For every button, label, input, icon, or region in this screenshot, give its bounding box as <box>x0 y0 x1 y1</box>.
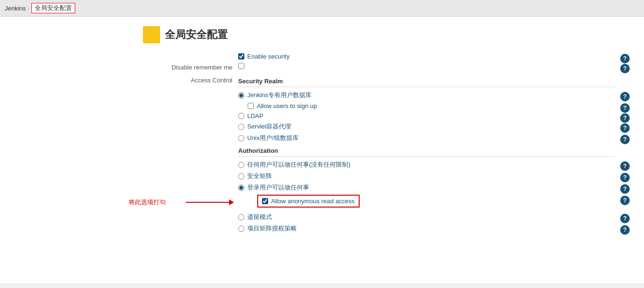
access-control-row: Access Control Security Realm Jenkins专有用… <box>143 76 615 238</box>
allow-anonymous-checkbox[interactable] <box>262 198 268 204</box>
realm-jenkins-help-icon[interactable]: ? <box>620 92 630 101</box>
enable-security-label[interactable]: Enable security <box>247 53 290 60</box>
page-title: 全局安全配置 <box>165 28 228 42</box>
auth-logged-radio[interactable] <box>238 185 244 191</box>
auth-project-radio[interactable] <box>238 226 244 232</box>
allow-signup-help-icon[interactable]: ? <box>620 103 630 113</box>
disable-remember-me-checkbox[interactable] <box>238 63 244 69</box>
allow-signup-label[interactable]: Allow users to sign up <box>257 102 317 109</box>
auth-anyone-row: 任何用户可以做任何事(没有任何限制) ? <box>238 160 615 169</box>
allow-signup-checkbox[interactable] <box>248 103 254 109</box>
auth-project-help-icon[interactable]: ? <box>620 225 630 235</box>
auth-anyone-label[interactable]: 任何用户可以做任何事(没有任何限制) <box>247 160 351 169</box>
auth-project-row: 项目矩阵授权策略 ? <box>238 224 615 233</box>
breadcrumb-current: 全局安全配置 <box>31 3 75 13</box>
realm-ldap-label[interactable]: LDAP <box>247 112 263 119</box>
annotation-text: 将此选项打勾 <box>129 198 166 207</box>
auth-legacy-row: 遗留模式 ? <box>238 213 615 221</box>
security-realm-block: Security Realm Jenkins专有用户数据库 ? <box>238 78 615 142</box>
allow-signup-row: Allow users to sign up ? <box>238 102 615 109</box>
realm-unix-row: Unix用户/组数据库 ? <box>238 134 615 142</box>
page-title-area: 全局安全配置 <box>0 21 644 53</box>
auth-logged-label[interactable]: 登录用户可以做任何事 <box>247 183 309 192</box>
auth-legacy-radio[interactable] <box>238 214 244 220</box>
enable-security-help-icon[interactable]: ? <box>620 54 630 63</box>
realm-ldap-radio[interactable] <box>238 113 244 119</box>
realm-unix-radio[interactable] <box>238 135 244 141</box>
realm-servlet-help-icon[interactable]: ? <box>620 123 630 133</box>
allow-anonymous-checkbox-box: Allow anonymous read access <box>257 195 360 208</box>
realm-servlet-label[interactable]: Servlet容器代理 <box>247 122 291 131</box>
realm-jenkins-radio[interactable] <box>238 92 244 99</box>
auth-legacy-label[interactable]: 遗留模式 <box>247 213 272 221</box>
disable-remember-me-label: Disable remember me <box>171 64 232 71</box>
realm-jenkins-label[interactable]: Jenkins专有用户数据库 <box>247 91 312 99</box>
authorization-block: Authorization 任何用户可以做任何事(没有任何限制) ? <box>238 147 615 233</box>
disable-remember-me-row: Disable remember me ? <box>143 63 615 71</box>
auth-anyone-radio[interactable] <box>238 162 244 168</box>
auth-anyone-help-icon[interactable]: ? <box>620 161 630 171</box>
allow-anonymous-label[interactable]: Allow anonymous read access <box>271 198 355 205</box>
form-section: Enable security ? Disable remember me ? … <box>0 53 644 238</box>
annotation-arrow <box>186 202 233 203</box>
page-title-icon <box>143 26 160 43</box>
auth-matrix-row: 安全矩阵 ? <box>238 172 615 180</box>
authorization-header: Authorization <box>238 147 615 157</box>
realm-jenkins-row: Jenkins专有用户数据库 ? <box>238 91 615 99</box>
auth-matrix-help-icon[interactable]: ? <box>620 173 630 182</box>
allow-anonymous-row: Allow anonymous read access 将此选项打勾 ? <box>238 195 615 210</box>
disable-remember-me-help-icon[interactable]: ? <box>620 64 630 73</box>
access-control-label: Access Control <box>191 77 232 84</box>
auth-matrix-radio[interactable] <box>238 173 244 179</box>
auth-logged-row: 登录用户可以做任何事 ? <box>238 183 615 192</box>
enable-security-checkbox[interactable] <box>238 53 244 60</box>
auth-matrix-label[interactable]: 安全矩阵 <box>247 172 272 180</box>
auth-project-label[interactable]: 项目矩阵授权策略 <box>247 224 297 233</box>
realm-servlet-radio[interactable] <box>238 124 244 130</box>
allow-anonymous-help-icon[interactable]: ? <box>620 196 630 205</box>
realm-unix-help-icon[interactable]: ? <box>620 135 630 144</box>
breadcrumb-jenkins-link[interactable]: Jenkins <box>5 5 26 12</box>
main-content: 全局安全配置 Enable security ? Disable remembe… <box>0 17 644 283</box>
enable-security-row: Enable security ? <box>143 53 615 60</box>
security-realm-header: Security Realm <box>238 78 615 87</box>
auth-legacy-help-icon[interactable]: ? <box>620 214 630 223</box>
breadcrumb-separator: › <box>28 5 30 11</box>
realm-servlet-row: Servlet容器代理 ? <box>238 122 615 131</box>
realm-ldap-help-icon[interactable]: ? <box>620 113 630 123</box>
realm-unix-label[interactable]: Unix用户/组数据库 <box>247 134 299 142</box>
breadcrumb: Jenkins › 全局安全配置 <box>0 0 644 17</box>
realm-ldap-row: LDAP ? <box>238 112 615 119</box>
auth-logged-help-icon[interactable]: ? <box>620 184 630 194</box>
